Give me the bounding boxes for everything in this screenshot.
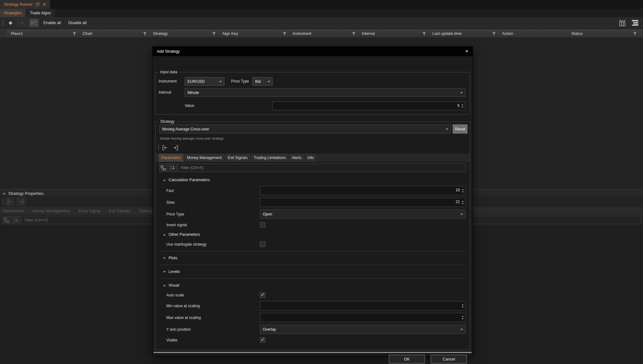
section-header-plots[interactable]: Plots — [159, 253, 466, 263]
section-header-calculation-parameters[interactable]: Calculation Parameters — [159, 175, 466, 185]
tree-view-button[interactable] — [159, 163, 168, 172]
main-tab-strategies[interactable]: Strategies — [0, 9, 25, 17]
properties-tree-view-button[interactable] — [3, 216, 11, 224]
import-parameters-button[interactable] — [5, 197, 15, 206]
interval-value: Minute — [188, 90, 199, 95]
enable-all-button[interactable]: Enable all — [41, 21, 63, 25]
section-header-visual[interactable]: Visual — [159, 281, 466, 290]
filter-icon[interactable] — [143, 32, 147, 35]
properties-tab-parameters[interactable]: Parameters — [3, 208, 24, 213]
properties-sort-button[interactable]: AZ — [12, 216, 20, 224]
sort-button[interactable]: AZ — [169, 163, 177, 172]
ok-button[interactable]: OK — [389, 355, 425, 363]
value-spinner[interactable]: 5 — [272, 102, 465, 110]
filter-icon[interactable] — [422, 32, 426, 35]
parameter-label: Max value at scaling — [166, 315, 260, 320]
strategy-properties-title: Strategy Properties — [8, 191, 43, 196]
use-martingale-strategy-checkbox[interactable] — [260, 242, 265, 247]
column-header-chart[interactable]: Chart — [79, 30, 149, 37]
y-axis-position-dropdown[interactable]: Overlay — [260, 325, 466, 334]
show-chart-button[interactable] — [29, 19, 39, 27]
column-header-status[interactable]: Status — [567, 30, 639, 37]
parameter-label: Y axis position — [166, 327, 260, 332]
invert-signal-checkbox[interactable] — [260, 222, 265, 228]
import-parameters-button[interactable] — [161, 143, 169, 152]
export-parameters-button[interactable] — [171, 143, 179, 152]
restore-window-icon[interactable] — [36, 3, 40, 6]
properties-tab-entry-signal[interactable]: Entry Signal — [78, 208, 101, 213]
interval-dropdown[interactable]: Minute — [185, 88, 465, 97]
strategy-tab-parameters[interactable]: Parameters — [159, 154, 183, 162]
strategy-tab-exit-signals[interactable]: Exit Signals — [225, 154, 250, 162]
price-type-dropdown[interactable]: Bid — [252, 77, 273, 86]
parameters-filter-input[interactable] — [178, 163, 466, 172]
properties-tab-exit-signals[interactable]: Exit Signals — [109, 208, 130, 213]
strategy-tab-info[interactable]: Info — [305, 154, 316, 162]
price-type-dropdown[interactable]: Open — [260, 209, 466, 219]
toolbar-grip-handle[interactable] — [3, 20, 3, 26]
disable-all-button[interactable]: Disable all — [66, 21, 89, 25]
dropdown-value: Open — [263, 212, 272, 216]
filter-icon[interactable] — [633, 32, 637, 35]
delete-strategy-button[interactable]: ✕ — [17, 19, 27, 27]
collapse-panel-icon[interactable] — [3, 193, 5, 194]
close-window-icon[interactable]: ✕ — [43, 2, 46, 7]
column-header-last-update-time[interactable]: Last update time — [428, 30, 498, 37]
dialog-close-icon[interactable]: ✕ — [465, 50, 468, 54]
parameter-label: Price Type — [166, 212, 260, 216]
add-strategy-button[interactable]: ✚ — [6, 19, 15, 27]
strategy-tab-alerts[interactable]: Alerts — [289, 154, 304, 162]
main-tab-trade-algos[interactable]: Trade Algos — [26, 9, 55, 17]
cancel-button[interactable]: Cancel — [431, 355, 467, 363]
collapse-section-icon[interactable] — [163, 179, 166, 181]
window-tab-strategy-runner[interactable]: Strategy Runner ✕ — [0, 0, 50, 9]
column-chooser-button[interactable] — [619, 20, 626, 26]
expand-section-icon[interactable] — [163, 271, 166, 273]
column-header-instrument[interactable]: Instrument — [289, 30, 358, 37]
reset-button[interactable]: Reset — [453, 124, 467, 134]
spinner-arrows-icon[interactable] — [462, 201, 464, 204]
export-parameters-button[interactable] — [17, 197, 26, 206]
min-value-at-scaling-spinner[interactable] — [260, 301, 466, 310]
grid-menu-button[interactable] — [632, 20, 639, 26]
section-title: Calculation Parameters — [169, 178, 210, 182]
filter-icon[interactable] — [212, 32, 216, 35]
visible-checkbox[interactable] — [260, 337, 265, 343]
spinner-arrows-icon[interactable] — [462, 304, 464, 308]
slow-spinner[interactable]: 21 — [260, 198, 466, 207]
chart-icon — [31, 21, 37, 25]
column-header-place1[interactable]: Place1 — [7, 30, 79, 37]
strategy-tab-bar: ParametersMoney ManagementExit SignalsTr… — [156, 154, 470, 162]
properties-grip-handle[interactable] — [3, 199, 3, 204]
dialog-splitter[interactable] — [154, 352, 472, 353]
chevron-down-icon — [461, 214, 463, 215]
max-value-at-scaling-spinner[interactable] — [260, 313, 466, 322]
spinner-arrows-icon[interactable] — [462, 316, 464, 320]
filter-icon[interactable] — [492, 32, 496, 35]
section-header-other-parameters[interactable]: Other Parameters — [159, 230, 466, 239]
column-header-algo-key[interactable]: Algo Key — [218, 30, 289, 37]
filter-icon[interactable] — [73, 32, 76, 35]
section-header-levels[interactable]: Levels — [159, 267, 466, 276]
strategy-tab-money-management[interactable]: Money Management — [184, 154, 224, 162]
export-icon — [172, 145, 178, 151]
fast-spinner[interactable]: 10 — [260, 186, 466, 195]
column-header-interval[interactable]: Interval — [358, 30, 428, 37]
dialog-title: Add Strategy — [157, 49, 180, 54]
instrument-dropdown[interactable]: EUR/USD — [185, 77, 224, 86]
auto-scale-checkbox[interactable] — [260, 292, 265, 298]
strategy-dropdown[interactable]: Moving Average Cross-over — [159, 124, 451, 134]
strategy-tab-trading-limitations[interactable]: Trading Limitations — [251, 154, 288, 162]
column-header-strategy[interactable]: Strategy — [149, 30, 218, 37]
strategy-toolbar-grip-handle[interactable] — [158, 145, 159, 150]
filter-icon[interactable] — [352, 32, 355, 35]
filter-icon[interactable] — [283, 32, 286, 35]
collapse-section-icon[interactable] — [163, 285, 166, 286]
column-header-action[interactable]: Action — [498, 30, 567, 37]
collapse-section-icon[interactable] — [163, 234, 166, 235]
expand-section-icon[interactable] — [163, 257, 166, 259]
spinner-arrows-icon[interactable] — [462, 189, 464, 193]
properties-tab-money-management[interactable]: Money Management — [32, 208, 70, 213]
parameter-label: Use martingale strategy — [166, 242, 260, 247]
spinner-arrows-icon[interactable] — [461, 104, 463, 108]
